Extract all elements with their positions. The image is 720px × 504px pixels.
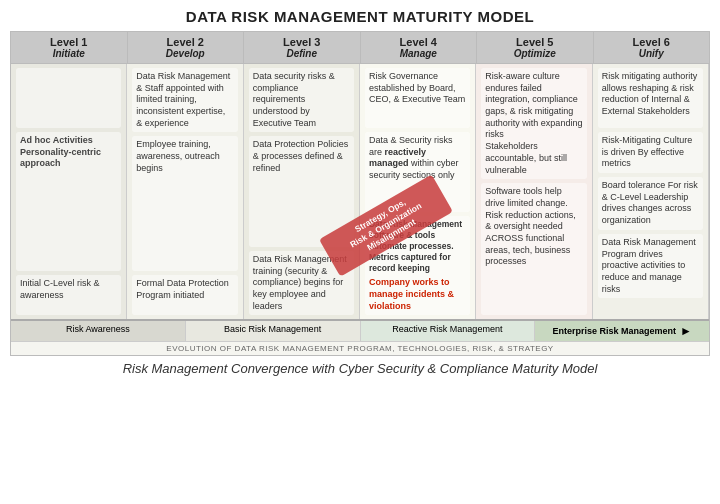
bottom-text-3: Enterprise Risk Management — [552, 326, 676, 336]
col1-low: Formal Data Protection Program initiated — [132, 275, 237, 315]
level2-name: Develop — [131, 48, 241, 59]
header-level3: Level 3 Define — [244, 32, 361, 63]
level1-name: Initiate — [14, 48, 124, 59]
bottom-label-3: Enterprise Risk Management ► — [535, 321, 709, 341]
col4-mid: Software tools help drive limited change… — [481, 183, 586, 315]
level5-num: Level 5 — [480, 36, 590, 48]
col0-top — [16, 68, 121, 128]
col-define: Data security risks & compliance require… — [244, 64, 360, 319]
level4-num: Level 4 — [364, 36, 474, 48]
matrix-container: Level 1 Initiate Level 2 Develop Level 3… — [10, 31, 710, 356]
level6-num: Level 6 — [597, 36, 707, 48]
page-title: DATA RISK MANAGEMENT MATURITY MODEL — [10, 8, 710, 25]
col-optimize: Risk-aware culture endures failed integr… — [476, 64, 592, 319]
col3-top: Risk Governance established by Board, CE… — [365, 68, 470, 128]
bottom-text-0: Risk Awareness — [66, 324, 130, 334]
header-level4: Level 4 Manage — [361, 32, 478, 63]
header-level2: Level 2 Develop — [128, 32, 245, 63]
level6-name: Unify — [597, 48, 707, 59]
bottom-label-1: Basic Risk Management — [186, 321, 361, 341]
col5-top: Risk mitigating authority allows reshapi… — [598, 68, 703, 128]
level3-num: Level 3 — [247, 36, 357, 48]
header-row: Level 1 Initiate Level 2 Develop Level 3… — [11, 32, 709, 64]
level5-name: Optimize — [480, 48, 590, 59]
level1-num: Level 1 — [14, 36, 124, 48]
content-area: Ad hoc ActivitiesPersonality-centric app… — [11, 64, 709, 319]
col5-mid: Risk-Mitigating Culture is driven By eff… — [598, 132, 703, 173]
bottom-label-0: Risk Awareness — [11, 321, 186, 341]
col0-mid: Ad hoc ActivitiesPersonality-centric app… — [16, 132, 121, 271]
col2-top: Data security risks & compliance require… — [249, 68, 354, 132]
col-unify: Risk mitigating authority allows reshapi… — [593, 64, 709, 319]
bottom-labels-row: Risk Awareness Basic Risk Management Rea… — [11, 319, 709, 341]
col4-top: Risk-aware culture endures failed integr… — [481, 68, 586, 179]
col0-low: Initial C-Level risk & awareness — [16, 275, 121, 315]
bottom-text-2: Reactive Risk Management — [392, 324, 502, 334]
level2-num: Level 2 — [131, 36, 241, 48]
level3-name: Define — [247, 48, 357, 59]
evolution-text: EVOLUTION OF DATA RISK MANAGEMENT PROGRA… — [11, 341, 709, 355]
footer-title: Risk Management Convergence with Cyber S… — [10, 356, 710, 378]
col1-mid: Employee training, awareness, outreach b… — [132, 136, 237, 271]
level4-name: Manage — [364, 48, 474, 59]
col-initiate: Ad hoc ActivitiesPersonality-centric app… — [11, 64, 127, 319]
header-level1: Level 1 Initiate — [11, 32, 128, 63]
bottom-text-1: Basic Risk Management — [224, 324, 321, 334]
bottom-label-2: Reactive Risk Management — [361, 321, 536, 341]
header-level5: Level 5 Optimize — [477, 32, 594, 63]
col1-top: Data Risk Management & Staff appointed w… — [132, 68, 237, 132]
col5-low: Data Risk Management Program drives proa… — [598, 234, 703, 298]
col5-mid2: Board tolerance For risk & C-Level Leade… — [598, 177, 703, 230]
header-level6: Level 6 Unify — [594, 32, 710, 63]
col-develop: Data Risk Management & Staff appointed w… — [127, 64, 243, 319]
arrow-icon: ► — [680, 324, 692, 338]
